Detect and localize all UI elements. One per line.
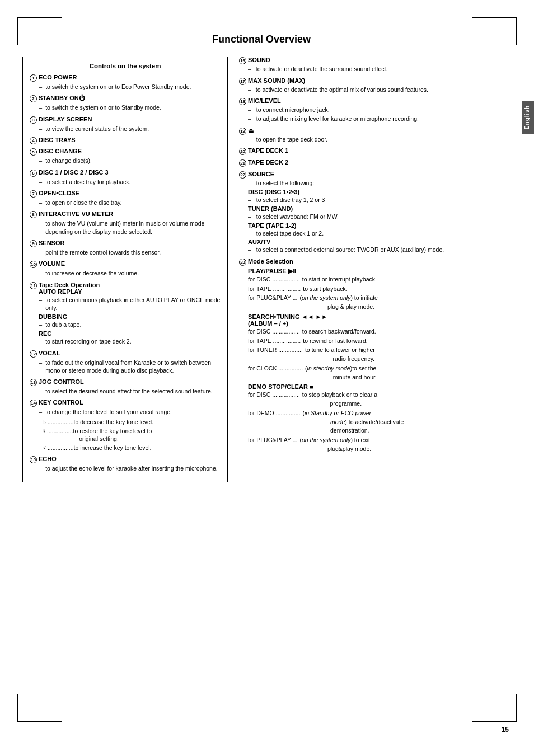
aux-subtitle: AUX/TV — [239, 238, 508, 245]
rec-title: REC — [30, 330, 221, 337]
desc-5: to change disc(s). — [45, 157, 92, 165]
item-disc-trays: 4 DISC TRAYS — [30, 137, 221, 144]
for-disc-1: for DISC ................. — [248, 275, 300, 284]
dash-14: – — [39, 408, 42, 416]
desc-11: to select continuous playback in either … — [45, 296, 221, 312]
item-jog-control: 13 JOG CONTROL – to select the desired s… — [30, 378, 221, 396]
dash-22a: – — [248, 196, 253, 204]
item-title-21: TAPE DECK 2 — [248, 159, 288, 166]
for-disc-3: for DISC ................. — [248, 391, 300, 408]
key-natural: ♮ ................to restore the key ton… — [30, 427, 221, 443]
dash-11b: – — [39, 321, 42, 329]
item-open-close: 7 OPEN•CLOSE – to open or close the disc… — [30, 190, 221, 207]
tape-subtitle: TAPE (TAPE 1-2) — [239, 222, 508, 229]
desc-7: to open or close the disc tray. — [45, 199, 121, 207]
item-num-18: 18 — [239, 98, 246, 105]
search-clock: for CLOCK ............... (in standby mo… — [239, 364, 508, 382]
item-title-14: KEY CONTROL — [39, 399, 83, 406]
border-bottom-right — [472, 721, 517, 722]
for-tape-2-desc: to rewind or fast forward. — [303, 337, 368, 346]
for-plug-1: for PLUG&PLAY ... — [248, 294, 297, 312]
item-title-3: DISPLAY SCREEN — [39, 116, 92, 123]
demo-stop-header: DEMO STOP/CLEAR ■ — [239, 383, 508, 390]
dash-17: – — [248, 86, 253, 93]
play-pause-tape: for TAPE ................. to start play… — [239, 285, 508, 294]
desc-1: to switch the system on or to Eco Power … — [45, 83, 191, 91]
key-flat: ♭ ................to decrease the key to… — [30, 418, 221, 426]
dash-18b: – — [248, 115, 253, 123]
item-num-21: 21 — [239, 159, 246, 167]
desc-6: to select a disc tray for playback. — [45, 178, 130, 186]
border-right-bottom — [516, 694, 517, 722]
disc-subtitle: DISC (DISC 1•2•3) — [239, 189, 508, 195]
item-title-17: MAX SOUND (MAX) — [248, 77, 305, 84]
item-num-16: 16 — [239, 57, 246, 64]
item-display-screen: 3 DISPLAY SCREEN – to view the current s… — [30, 116, 221, 133]
section-box-title: Controls on the system — [30, 63, 221, 69]
desc-14: to change the tone level to suit your vo… — [45, 408, 172, 416]
desc-15: to adjust the echo level for karaoke aft… — [45, 464, 218, 473]
for-plug-3: for PLUG&PLAY ... — [248, 436, 297, 454]
dash-15: – — [39, 464, 42, 473]
dubbing-title: DUBBING — [30, 313, 221, 320]
item-title-2: STANDBY ON⏻ — [39, 95, 85, 101]
play-pause-header: PLAY/PAUSE ▶II — [239, 267, 508, 275]
desc-18b: to adjust the mixing level for karaoke o… — [256, 115, 419, 123]
for-disc-3-desc: to stop playback or to clear a programme… — [302, 391, 377, 408]
item-eco-power: 1 ECO POWER – to switch the system on or… — [30, 74, 221, 91]
item-tape-deck-1: 20 TAPE DECK 1 — [239, 147, 508, 155]
left-column: Controls on the system 1 ECO POWER – to … — [22, 57, 228, 490]
item-num-14: 14 — [30, 400, 37, 407]
dash-22: – — [248, 179, 253, 187]
border-top-right — [472, 17, 517, 18]
dash-11: – — [39, 296, 42, 304]
page-title: Functional Overview — [17, 34, 517, 45]
for-demo-3-desc: (in Standby or ECO power mode) to activa… — [302, 409, 404, 435]
for-disc-2: for DISC ................. — [248, 327, 300, 336]
item-tape-deck-2: 21 TAPE DECK 2 — [239, 159, 508, 167]
for-demo-3: for DEMO ............... — [248, 409, 300, 435]
item-num-15: 15 — [30, 456, 37, 463]
search-tuner: for TUNER ............... to tune to a l… — [239, 346, 508, 364]
for-tape-1-desc: to start playback. — [303, 285, 347, 294]
controls-section-box: Controls on the system 1 ECO POWER – to … — [22, 57, 228, 482]
demo-plug: for PLUG&PLAY ... (on the system only) t… — [239, 436, 508, 454]
english-tab: English — [522, 101, 534, 134]
border-top-left — [17, 17, 62, 18]
item-num-13: 13 — [30, 379, 37, 386]
for-tuner-2: for TUNER ............... — [248, 346, 303, 364]
item-volume: 10 VOLUME – to increase or decrease the … — [30, 260, 221, 278]
desc-11c: to start recording on tape deck 2. — [45, 337, 132, 346]
desc-17: to activate or deactivate the optimal mi… — [256, 86, 428, 93]
border-left-top — [17, 17, 18, 45]
desc-12: to fade out the original vocal from Kara… — [45, 359, 221, 375]
item-key-control: 14 KEY CONTROL – to change the tone leve… — [30, 399, 221, 452]
desc-8: to show the VU (volume unit) meter in mu… — [45, 219, 221, 236]
for-plug-3-desc: (on the system only) to exit plug&play m… — [299, 436, 371, 454]
border-bottom-left — [17, 721, 62, 722]
dash-22b: – — [248, 213, 253, 221]
dash-13: – — [39, 387, 42, 396]
item-title-15: ECHO — [39, 456, 57, 462]
dash-7: – — [39, 199, 42, 207]
for-disc-2-desc: to search backward/forward. — [302, 327, 376, 336]
item-num-22: 22 — [239, 171, 246, 179]
item-title-1: ECO POWER — [39, 74, 77, 81]
dash-19: – — [248, 135, 253, 144]
item-num-3: 3 — [30, 116, 37, 124]
item-title-8: INTERACTIVE VU METER — [39, 210, 113, 217]
item-num-9: 9 — [30, 240, 37, 247]
item-source: 22 SOURCE – to select the following: DIS… — [239, 171, 508, 253]
item-num-6: 6 — [30, 170, 37, 177]
item-title-19: ⏏ — [248, 127, 254, 134]
item-num-2: 2 — [30, 95, 37, 102]
desc-9: point the remote control towards this se… — [45, 248, 161, 257]
item-num-7: 7 — [30, 190, 37, 198]
search-disc: for DISC ................. to search bac… — [239, 327, 508, 336]
item-disc-123: 6 DISC 1 / DISC 2 / DISC 3 – to select a… — [30, 169, 221, 186]
item-num-5: 5 — [30, 148, 37, 156]
content-layout: Controls on the system 1 ECO POWER – to … — [17, 57, 517, 490]
item-title-18: MIC/LEVEL — [248, 97, 281, 104]
item-mode-selection: 23 Mode Selection PLAY/PAUSE ▶II for DIS… — [239, 258, 508, 454]
item-num-11: 11 — [30, 282, 37, 289]
